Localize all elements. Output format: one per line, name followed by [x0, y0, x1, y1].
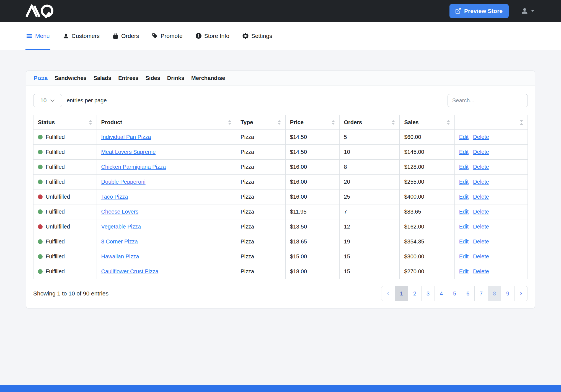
sales-value: $83.65	[404, 209, 421, 215]
sort-icon	[278, 120, 281, 125]
delete-link[interactable]: Delete	[473, 179, 489, 185]
product-link[interactable]: Individual Pan Pizza	[101, 134, 151, 140]
delete-link[interactable]: Delete	[473, 268, 489, 274]
nav-item-settings[interactable]: Settings	[242, 22, 272, 50]
external-link-icon	[456, 8, 461, 14]
entries-per-page-select[interactable]: 10	[33, 94, 62, 107]
pagination-page-3[interactable]: 3	[421, 286, 435, 301]
product-link[interactable]: 8 Corner Pizza	[101, 238, 138, 245]
status-dot-icon	[38, 194, 43, 199]
delete-link[interactable]: Delete	[473, 134, 489, 140]
tab-pizza[interactable]: Pizza	[34, 75, 48, 81]
account-menu[interactable]	[521, 7, 534, 15]
edit-link[interactable]: Edit	[459, 194, 469, 200]
delete-link[interactable]: Delete	[473, 149, 489, 155]
nav-item-promote[interactable]: Promote	[152, 22, 182, 50]
edit-link[interactable]: Edit	[459, 179, 469, 185]
tab-drinks[interactable]: Drinks	[167, 75, 184, 81]
orders-value: 12	[344, 224, 350, 230]
delete-link[interactable]: Delete	[473, 238, 489, 245]
brand-logo	[24, 4, 57, 18]
delete-link[interactable]: Delete	[473, 224, 489, 230]
pagination-page-7[interactable]: 7	[474, 286, 488, 301]
pagination-page-2[interactable]: 2	[408, 286, 421, 301]
status-label: Fulfilled	[46, 268, 65, 275]
product-link[interactable]: Hawaiian Pizza	[101, 253, 139, 259]
delete-link[interactable]: Delete	[473, 194, 489, 200]
column-header-product[interactable]: Product	[97, 115, 236, 130]
status-dot-icon	[38, 150, 43, 154]
bottom-accent-bar	[0, 385, 561, 392]
product-link[interactable]: Cheese Lovers	[101, 209, 139, 215]
entries-per-page-value: 10	[40, 97, 46, 104]
edit-link[interactable]: Edit	[459, 224, 469, 230]
column-header-type[interactable]: Type	[236, 115, 286, 130]
type-value: Pizza	[241, 253, 254, 259]
orders-value: 7	[344, 209, 347, 215]
tab-salads[interactable]: Salads	[94, 75, 111, 81]
column-header-sales[interactable]: Sales	[400, 115, 454, 130]
nav-item-orders[interactable]: Orders	[113, 22, 139, 50]
sort-icon	[392, 120, 395, 125]
pagination-previous-button[interactable]: ‹	[381, 286, 395, 301]
sales-value: $300.00	[404, 253, 424, 259]
topbar: Preview Store	[0, 0, 561, 22]
tab-entrees[interactable]: Entrees	[118, 75, 138, 81]
sales-value: $354.35	[404, 238, 424, 245]
status-label: Fulfilled	[46, 179, 65, 185]
sort-icon	[447, 120, 450, 125]
delete-link[interactable]: Delete	[473, 164, 489, 170]
sales-value: $162.00	[404, 224, 424, 230]
pagination-page-8[interactable]: 8	[488, 286, 501, 301]
edit-link[interactable]: Edit	[459, 268, 469, 274]
type-value: Pizza	[241, 209, 254, 215]
status-badge: Fulfilled	[38, 253, 92, 260]
sales-value: $400.00	[404, 194, 424, 200]
edit-link[interactable]: Edit	[459, 238, 469, 245]
type-value: Pizza	[241, 134, 254, 140]
delete-link[interactable]: Delete	[473, 209, 489, 215]
edit-link[interactable]: Edit	[459, 149, 469, 155]
price-value: $15.00	[290, 253, 307, 259]
price-value: $18.00	[290, 268, 307, 274]
type-value: Pizza	[241, 164, 254, 170]
column-header-price[interactable]: Price	[285, 115, 339, 130]
tab-merchandise[interactable]: Merchandise	[191, 75, 225, 81]
product-link[interactable]: Cauliflower Crust Pizza	[101, 268, 159, 274]
nav-item-label: Menu	[35, 33, 50, 39]
nav-item-customers[interactable]: Customers	[63, 22, 100, 50]
edit-link[interactable]: Edit	[459, 253, 469, 259]
pagination-next-button[interactable]: ›	[514, 286, 528, 301]
column-header-actions[interactable]	[454, 115, 528, 130]
pagination-page-6[interactable]: 6	[461, 286, 474, 301]
nav-item-store-info[interactable]: Store Info	[196, 22, 229, 50]
edit-link[interactable]: Edit	[459, 164, 469, 170]
product-link[interactable]: Vegetable Pizza	[101, 224, 141, 230]
delete-link[interactable]: Delete	[473, 253, 489, 259]
table-row: FulfilledMeat Lovers SupremePizza$14.501…	[33, 145, 528, 160]
table-row: Fulfilled8 Corner PizzaPizza$18.6519$354…	[33, 234, 528, 249]
product-link[interactable]: Double Pepperoni	[101, 179, 146, 185]
pagination-page-4[interactable]: 4	[435, 286, 448, 301]
edit-link[interactable]: Edit	[459, 209, 469, 215]
product-link[interactable]: Taco Pizza	[101, 194, 128, 200]
column-header-status[interactable]: Status	[33, 115, 97, 130]
status-label: Fulfilled	[46, 209, 65, 215]
pagination-page-1[interactable]: 1	[395, 286, 408, 301]
status-dot-icon	[38, 224, 43, 229]
status-label: Unfulfilled	[46, 224, 70, 230]
nav-item-menu[interactable]: Menu	[26, 22, 50, 50]
search-input[interactable]	[448, 94, 528, 107]
column-header-orders[interactable]: Orders	[339, 115, 400, 130]
pagination-page-5[interactable]: 5	[448, 286, 461, 301]
tab-sandwiches[interactable]: Sandwiches	[55, 75, 87, 81]
preview-store-button[interactable]: Preview Store	[449, 4, 509, 18]
orders-value: 10	[344, 149, 350, 155]
chevron-down-icon	[50, 98, 55, 103]
tab-sides[interactable]: Sides	[146, 75, 160, 81]
status-badge: Fulfilled	[38, 164, 92, 170]
pagination-page-9[interactable]: 9	[501, 286, 514, 301]
edit-link[interactable]: Edit	[459, 134, 469, 140]
product-link[interactable]: Chicken Parmigiana Pizza	[101, 164, 166, 170]
product-link[interactable]: Meat Lovers Supreme	[101, 149, 156, 155]
